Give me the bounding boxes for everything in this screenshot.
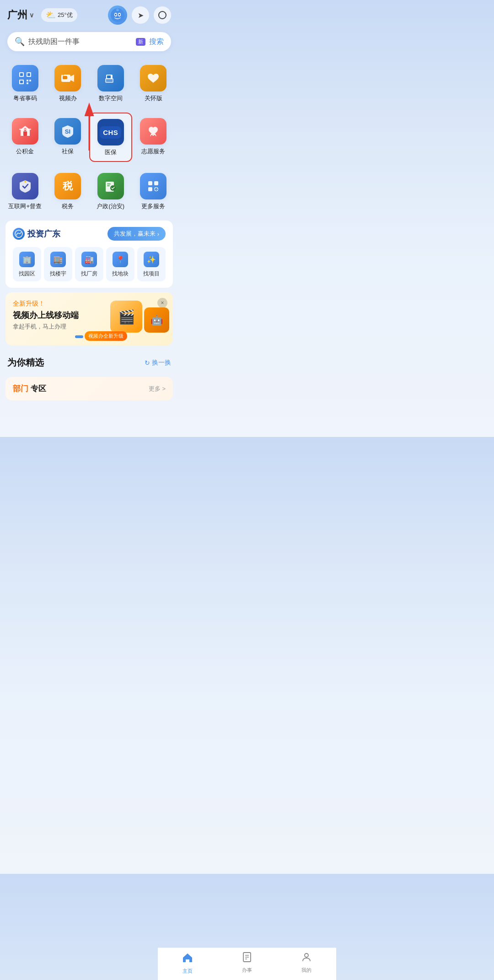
shuzhi-label: 数字空间 bbox=[99, 94, 123, 102]
weather-badge: ⛅ 25°优 bbox=[41, 8, 77, 22]
service-zhiyuan[interactable]: 志愿服务 bbox=[132, 113, 175, 162]
dept-title-orange: 部门 bbox=[13, 384, 28, 393]
invest-item-changfang[interactable]: 🏭 找厂房 bbox=[75, 247, 103, 281]
guanhuai-icon bbox=[140, 65, 166, 92]
invest-title: 投资广东 bbox=[27, 228, 60, 239]
invest-items: 🏢 找园区 🏬 找楼宇 🏭 找厂房 📍 找地块 ✨ 找项目 bbox=[13, 247, 166, 281]
dept-section: 部门 专区 更多 > bbox=[5, 377, 173, 400]
svg-rect-10 bbox=[20, 73, 23, 76]
changfang-icon: 🏭 bbox=[81, 252, 97, 267]
svg-rect-14 bbox=[29, 80, 31, 81]
service-shipinban[interactable]: 视频办 bbox=[47, 59, 90, 107]
invest-item-xiangmu[interactable]: ✨ 找项目 bbox=[137, 247, 166, 281]
hulian-icon bbox=[12, 173, 38, 199]
yibao-icon: CHS bbox=[97, 119, 124, 145]
banner-title: 视频办上线移动端 bbox=[13, 310, 97, 321]
service-grid: 粤省事码 视频办 bbox=[0, 58, 178, 217]
service-shebao[interactable]: SI 社保 bbox=[47, 113, 90, 162]
shuiwu-label: 税务 bbox=[62, 202, 74, 210]
zhiyuan-icon bbox=[140, 118, 166, 145]
banner-section: × 全新升级！ 视频办上线移动端 拿起手机，马上办理 🎬 🤖 视频办全新升级 bbox=[5, 292, 173, 345]
svg-rect-13 bbox=[27, 80, 28, 81]
svg-rect-24 bbox=[23, 131, 27, 136]
gongjijin-label: 公积金 bbox=[16, 147, 34, 156]
svg-marker-17 bbox=[70, 75, 74, 82]
svg-rect-33 bbox=[107, 185, 110, 186]
camera-icon bbox=[158, 11, 166, 19]
invest-slogan[interactable]: 共发展，赢未来 › bbox=[107, 227, 166, 241]
louyu-icon: 🏬 bbox=[50, 252, 66, 267]
dept-header: 部门 专区 更多 > bbox=[13, 383, 166, 394]
search-placeholder: 扶残助困一件事 bbox=[28, 37, 130, 47]
huzheng-label: 户政(治安) bbox=[97, 202, 124, 210]
service-gongjijin[interactable]: 公积金 bbox=[4, 113, 47, 162]
svg-rect-26 bbox=[19, 129, 31, 130]
service-guanhuai[interactable]: 关怀版 bbox=[132, 59, 175, 107]
dept-title-black: 专区 bbox=[31, 384, 46, 393]
refresh-icon: ↻ bbox=[145, 359, 150, 366]
shebao-label: 社保 bbox=[62, 147, 74, 156]
svg-point-3 bbox=[115, 14, 117, 16]
refresh-button[interactable]: ↻ 换一换 bbox=[145, 359, 171, 367]
service-shuzhi[interactable]: 数字空间 bbox=[89, 59, 132, 107]
xiangmu-label: 找项目 bbox=[143, 270, 160, 278]
invest-item-louyu[interactable]: 🏬 找楼宇 bbox=[44, 247, 72, 281]
weather-icon: ⛅ bbox=[46, 10, 56, 20]
svg-point-4 bbox=[119, 14, 120, 16]
weather-text: 25°优 bbox=[58, 11, 73, 19]
shuiwu-icon: 税 bbox=[54, 173, 81, 199]
grid-row-1: 粤省事码 视频办 bbox=[0, 58, 178, 109]
invest-item-yuanqu[interactable]: 🏢 找园区 bbox=[13, 247, 41, 281]
bot-avatar[interactable] bbox=[108, 5, 127, 25]
invest-logo: 投资广东 bbox=[13, 228, 60, 240]
search-new-badge: 新 bbox=[136, 38, 145, 46]
banner-illustration: 🎬 🤖 bbox=[110, 301, 169, 333]
grid-row-3: 互联网+督查 税 税务 户政(治安) bbox=[0, 166, 178, 217]
banner-badge: 视频办全新升级 bbox=[85, 331, 127, 341]
service-yibao[interactable]: CHS 医保 bbox=[89, 113, 132, 162]
yueshima-label: 粤省事码 bbox=[13, 94, 37, 102]
gengduo-label: 更多服务 bbox=[141, 202, 165, 210]
search-bar[interactable]: 🔍 扶残助困一件事 新 搜索 bbox=[7, 32, 171, 51]
header: 广州 ∨ ⛅ 25°优 ➤ bbox=[0, 0, 178, 28]
featured-header: 为你精选 ↻ 换一换 bbox=[7, 356, 171, 369]
svg-point-19 bbox=[62, 74, 64, 75]
city-selector[interactable]: 广州 ∨ bbox=[7, 8, 34, 22]
dikuai-label: 找地块 bbox=[112, 270, 129, 278]
dikuai-icon: 📍 bbox=[113, 252, 128, 267]
guanhuai-label: 关怀版 bbox=[145, 94, 162, 102]
yuanqu-label: 找园区 bbox=[19, 270, 35, 278]
service-yueshima[interactable]: 粤省事码 bbox=[4, 59, 47, 107]
dot-1 bbox=[75, 335, 83, 338]
svg-rect-35 bbox=[154, 181, 158, 185]
svg-rect-15 bbox=[27, 82, 28, 84]
featured-title: 为你精选 bbox=[7, 356, 44, 369]
invest-slogan-arrow: › bbox=[157, 231, 159, 237]
service-huzheng[interactable]: 户政(治安) bbox=[89, 167, 132, 215]
invest-item-dikuai[interactable]: 📍 找地块 bbox=[106, 247, 134, 281]
grid-row-2: 公积金 SI 社保 CHS 医保 bbox=[0, 111, 178, 164]
shuzhi-icon bbox=[97, 65, 124, 92]
service-shuiwu[interactable]: 税 税务 bbox=[47, 167, 90, 215]
search-button[interactable]: 搜索 bbox=[149, 37, 164, 47]
invest-logo-icon bbox=[13, 228, 25, 240]
city-arrow-icon: ∨ bbox=[29, 11, 34, 19]
invest-slogan-text: 共发展，赢未来 bbox=[114, 230, 156, 238]
gengduo-icon bbox=[140, 173, 166, 199]
yibao-label: 医保 bbox=[105, 148, 117, 156]
shebao-icon: SI bbox=[54, 118, 81, 145]
city-name: 广州 bbox=[7, 8, 27, 22]
service-hulian[interactable]: 互联网+督查 bbox=[4, 167, 47, 215]
shipinban-label: 视频办 bbox=[59, 94, 77, 102]
banner-upgrade-label: 全新升级！ bbox=[13, 300, 97, 308]
header-right: ➤ bbox=[108, 5, 171, 25]
dept-more-button[interactable]: 更多 > bbox=[149, 385, 166, 393]
location-button[interactable]: ➤ bbox=[132, 6, 149, 24]
service-gengduo[interactable]: 更多服务 bbox=[132, 167, 175, 215]
camera-button[interactable] bbox=[154, 6, 171, 24]
changfang-label: 找厂房 bbox=[81, 270, 97, 278]
refresh-label: 换一换 bbox=[152, 359, 171, 367]
zhiyuan-label: 志愿服务 bbox=[141, 147, 165, 156]
svg-point-6 bbox=[117, 8, 118, 10]
xiangmu-icon: ✨ bbox=[144, 252, 159, 267]
